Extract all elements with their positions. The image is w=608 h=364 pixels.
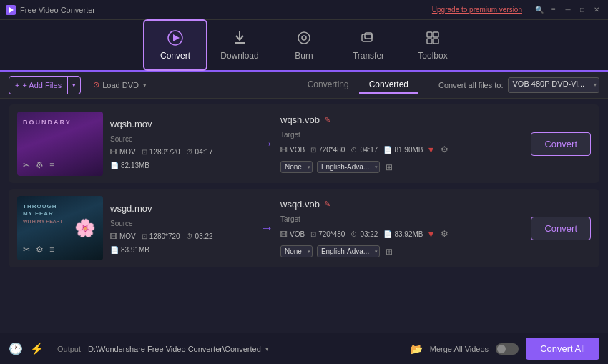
nav-toolbox-label: Toolbox xyxy=(418,51,447,61)
title-bar: Free Video Converter Upgrade to premium … xyxy=(0,0,608,20)
nav-convert[interactable]: Convert xyxy=(143,19,207,71)
toolbar: Convert Download Burn Transfer xyxy=(0,20,608,72)
burn-nav-icon xyxy=(296,30,312,48)
download-nav-icon xyxy=(232,30,247,48)
nav-burn-label: Burn xyxy=(295,51,313,61)
edit-icon-2[interactable]: ✎ xyxy=(324,200,330,209)
load-dvd-arrow: ▾ xyxy=(143,82,147,89)
target-quality-arrow-1[interactable]: ▾ xyxy=(428,144,433,155)
target-format-1: 🎞 VOB xyxy=(280,146,305,154)
minimize-btn[interactable]: ─ xyxy=(562,4,574,16)
audio-dropdown-wrap-2: English-Adva... ▾ xyxy=(317,245,380,257)
subtitle-dropdown-1[interactable]: None xyxy=(280,161,313,173)
output-path-arrow: ▾ xyxy=(265,345,269,353)
target-dropdowns-2: None ▾ English-Adva... ▾ ⊞ xyxy=(280,245,524,257)
target-label-1: Target xyxy=(280,131,524,139)
add-files-button[interactable]: + + Add Files ▾ xyxy=(9,76,81,94)
subtitle-dropdown-wrap-2: None ▾ xyxy=(280,245,313,257)
tab-converting[interactable]: Converting xyxy=(298,77,359,94)
source-duration-2: ⏱ 03:22 xyxy=(186,232,213,240)
clock-icon[interactable]: 🕐 xyxy=(9,342,23,355)
target-duration-1: ⏱ 04:17 xyxy=(350,146,378,154)
search-btn[interactable]: 🔍 xyxy=(534,4,545,16)
upgrade-link[interactable]: Upgrade to premium version xyxy=(432,6,522,14)
convert-button-2[interactable]: Convert xyxy=(531,217,591,240)
svg-rect-7 xyxy=(362,34,372,41)
edit-icon-1[interactable]: ✎ xyxy=(324,115,330,124)
svg-rect-9 xyxy=(427,32,432,37)
title-bar-right: Upgrade to premium version 🔍 ≡ ─ □ ✕ xyxy=(432,4,602,16)
settings-icon-1[interactable]: ⚙ xyxy=(36,160,44,170)
nav-transfer[interactable]: Transfer xyxy=(336,19,401,71)
target-settings-2[interactable]: ⚙ xyxy=(441,229,448,239)
svg-point-5 xyxy=(298,32,310,44)
svg-rect-10 xyxy=(433,32,438,37)
target-label-2: Target xyxy=(280,215,524,223)
svg-rect-8 xyxy=(365,33,372,39)
video-thumb-1: BOUNDARY ✂ ⚙ ≡ xyxy=(17,112,103,176)
film-icon-1: 🎞 xyxy=(110,148,117,156)
audio-settings-2[interactable]: ⊞ xyxy=(386,247,393,257)
source-label-1: Source xyxy=(110,135,253,143)
video-target-2: wsqd.vob ✎ Target 🎞 VOB ⊡ 720*480 ⏱ 03:2… xyxy=(280,199,524,257)
nav-download-label: Download xyxy=(220,51,258,61)
target-meta-1: 🎞 VOB ⊡ 720*480 ⏱ 04:17 📄 81.90MB ▾ ⚙ xyxy=(280,144,524,155)
source-label-2: Source xyxy=(110,220,253,227)
maximize-btn[interactable]: □ xyxy=(577,4,588,16)
nav-convert-label: Convert xyxy=(160,51,190,61)
window-controls: 🔍 ≡ ─ □ ✕ xyxy=(534,4,602,16)
target-duration-2: ⏱ 03:22 xyxy=(350,230,378,238)
source-format-2: 🎞 MOV xyxy=(110,232,136,240)
format-dropdown[interactable]: VOB 480P DVD-Vi... xyxy=(508,77,599,93)
cut-icon-1[interactable]: ✂ xyxy=(23,160,30,170)
video-filename-1: wqsh.mov xyxy=(110,119,253,129)
nav-download[interactable]: Download xyxy=(207,19,272,71)
close-btn[interactable]: ✕ xyxy=(591,4,602,16)
settings-icon-2[interactable]: ⚙ xyxy=(36,245,44,255)
merge-toggle[interactable] xyxy=(496,343,519,355)
cut-icon-2[interactable]: ✂ xyxy=(23,245,30,255)
audio-dropdown-1[interactable]: English-Adva... xyxy=(317,161,380,173)
add-files-arrow[interactable]: ▾ xyxy=(67,76,80,94)
add-icon: + xyxy=(15,81,19,89)
video-item-1: BOUNDARY ✂ ⚙ ≡ wqsh.mov Source 🎞 MOV ⊡ 1… xyxy=(9,104,599,183)
add-files-label: + Add Files xyxy=(22,81,62,89)
load-dvd-button[interactable]: ⊙ Load DVD ▾ xyxy=(87,76,153,94)
audio-dropdown-2[interactable]: English-Adva... xyxy=(317,245,380,257)
target-settings-1[interactable]: ⚙ xyxy=(441,144,448,154)
tab-converted[interactable]: Converted xyxy=(359,77,418,94)
source-duration-1: ⏱ 04:17 xyxy=(186,148,213,156)
content-area: BOUNDARY ✂ ⚙ ≡ wqsh.mov Source 🎞 MOV ⊡ 1… xyxy=(0,99,608,333)
folder-icon[interactable]: 📂 xyxy=(411,343,423,355)
list-icon-1[interactable]: ≡ xyxy=(49,160,54,170)
target-quality-arrow-2[interactable]: ▾ xyxy=(428,228,433,240)
thumb2-sub: WITH MY HEART xyxy=(23,219,63,224)
target-meta-2: 🎞 VOB ⊡ 720*480 ⏱ 03:22 📄 83.92MB ▾ ⚙ xyxy=(280,228,524,240)
thumb2-text: THROUGHMY FEAR xyxy=(23,203,57,218)
menu-btn[interactable]: ≡ xyxy=(548,4,559,16)
audio-settings-1[interactable]: ⊞ xyxy=(386,162,393,172)
convert-all-label: Convert all files to: xyxy=(438,81,503,89)
output-label: Output xyxy=(57,345,81,353)
list-icon-2[interactable]: ≡ xyxy=(49,245,54,255)
nav-toolbox[interactable]: Toolbox xyxy=(401,19,465,71)
target-resolution-1: ⊡ 720*480 xyxy=(310,146,345,154)
convert-button-1[interactable]: Convert xyxy=(531,132,591,156)
target-format-2: 🎞 VOB xyxy=(280,230,305,238)
thumb1-text: BOUNDARY xyxy=(23,119,72,126)
audio-dropdown-wrap-1: English-Adva... ▾ xyxy=(317,161,380,173)
lightning-icon[interactable]: ⚡ xyxy=(30,342,44,355)
target-dropdowns-1: None ▾ English-Adva... ▾ ⊞ xyxy=(280,161,524,173)
toolbox-nav-icon xyxy=(425,30,441,48)
source-resolution-1: ⊡ 1280*720 xyxy=(142,148,180,156)
video-filename-2: wsgd.mov xyxy=(110,203,253,214)
add-files-main[interactable]: + + Add Files xyxy=(9,81,67,89)
convert-all-to: Convert all files to: VOB 480P DVD-Vi...… xyxy=(438,77,599,93)
target-filename-2: wsqd.vob ✎ xyxy=(280,199,524,210)
format-value: VOB 480P DVD-Vi... xyxy=(513,79,584,88)
nav-burn[interactable]: Burn xyxy=(272,19,336,71)
convert-all-button[interactable]: Convert All xyxy=(526,338,599,360)
video-source-2: wsgd.mov Source 🎞 MOV ⊡ 1280*720 ⏱ 03:22… xyxy=(110,203,253,254)
dvd-icon: ⊙ xyxy=(93,80,99,89)
subtitle-dropdown-2[interactable]: None xyxy=(280,245,313,257)
